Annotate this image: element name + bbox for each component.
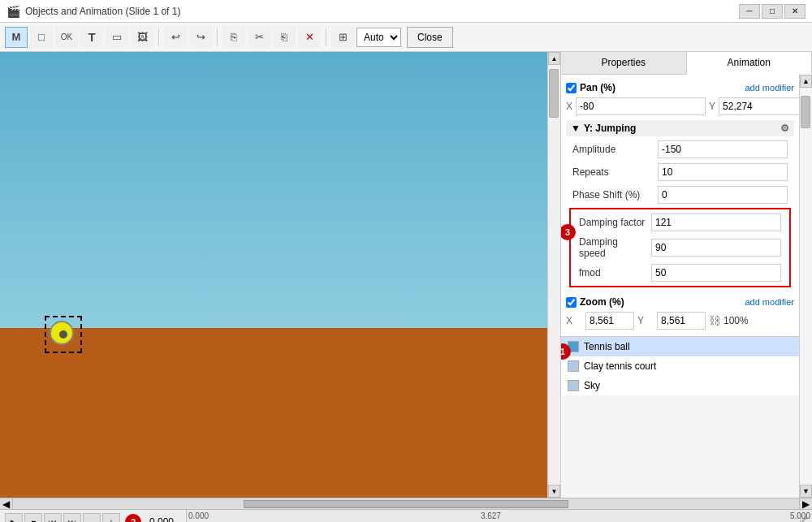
scene-sky xyxy=(0,52,547,328)
timeline-ruler: 0.000 3.627 5.000 xyxy=(187,510,812,522)
toolbar-btn-cut[interactable]: ✂ xyxy=(248,27,270,48)
zoom-out-button[interactable]: ─ xyxy=(83,513,101,522)
canvas-container[interactable]: ▲ ▼ xyxy=(0,52,560,498)
damping-factor-input[interactable] xyxy=(651,214,781,231)
amplitude-label: Amplitude xyxy=(572,144,653,155)
jumping-header[interactable]: ▼ Y: Jumping ⚙ xyxy=(566,120,794,136)
tab-animation[interactable]: Animation xyxy=(687,52,813,75)
jumping-label: Y: Jumping xyxy=(584,123,636,134)
canvas-vertical-scrollbar[interactable]: ▲ ▼ xyxy=(547,52,560,498)
panel-with-scroll: Pan (%) add modifier X Y Z xyxy=(561,75,812,498)
tennis-ball-canvas-object[interactable] xyxy=(45,316,82,353)
main-layout: ▲ ▼ Properties Animation xyxy=(0,52,812,498)
timeline-right: 0.000 3.627 5.000 ⤢ xyxy=(187,510,812,522)
timeline-controls: ▶ ■ ⏮ ⏭ ─ + 2 0.000 xyxy=(0,510,186,522)
pan-checkbox[interactable] xyxy=(566,83,577,93)
tab-properties[interactable]: Properties xyxy=(561,52,687,74)
prev-button[interactable]: ⏮ xyxy=(44,513,62,522)
toolbar-btn-redo[interactable]: ↪ xyxy=(189,27,212,48)
toolbar-sep-3 xyxy=(326,28,326,46)
toolbar-btn-ok[interactable]: OK xyxy=(55,27,78,48)
amplitude-row: Amplitude xyxy=(566,138,794,161)
damping-speed-row: Damping speed xyxy=(572,234,788,261)
drag-handle-icon[interactable]: ⤢ xyxy=(798,512,809,522)
pan-y-input[interactable] xyxy=(719,97,799,115)
canvas-scroll-track[interactable] xyxy=(548,65,560,485)
toolbar-btn-select[interactable]: M xyxy=(5,27,28,48)
maximize-button[interactable]: □ xyxy=(762,4,783,19)
toolbar-sep-1 xyxy=(158,28,159,46)
objects-list: 1 Tennis ball Clay tennis court Sky xyxy=(561,336,799,395)
close-button[interactable]: Close xyxy=(407,27,453,48)
list-item-sky[interactable]: Sky xyxy=(561,376,799,395)
timeline-left: ▶ ■ ⏮ ⏭ ─ + 2 0.000 Tennis ball xyxy=(0,510,187,522)
damping-badge-container: 3 Damping factor Damping speed xyxy=(566,208,794,287)
toolbar-btn-text[interactable]: T xyxy=(80,27,103,48)
toolbar-btn-grid[interactable]: ⊞ xyxy=(331,27,354,48)
titlebar-buttons: ─ □ ✕ xyxy=(739,4,806,19)
damping-factor-row: Damping factor xyxy=(572,211,788,234)
panel-body: Pan (%) add modifier X Y Z xyxy=(561,75,799,498)
sky-label: Sky xyxy=(584,380,600,391)
zoom-section: Zoom (%) add modifier X Y ⛓ 100% xyxy=(566,294,794,331)
toolbar-btn-rect[interactable]: ▭ xyxy=(106,27,128,48)
pan-label: Pan (%) xyxy=(580,82,615,93)
toolbar-btn-copy[interactable]: ⎘ xyxy=(222,27,245,48)
timeline-area: ◀ ▶ ▶ ■ ⏮ ⏭ ─ + 2 0.000 Tennis ball xyxy=(0,498,812,522)
pan-xyz-row: X Y Z xyxy=(566,96,794,117)
play-button[interactable]: ▶ xyxy=(5,513,23,522)
next-button[interactable]: ⏭ xyxy=(63,513,81,522)
zoom-x-input[interactable] xyxy=(585,312,634,330)
chain-icon: ⛓ xyxy=(709,314,720,327)
canvas-scroll-up-btn[interactable]: ▲ xyxy=(548,52,560,65)
toolbar: M □ OK T ▭ 🖼 ↩ ↪ ⎘ ✂ ⎗ ✕ ⊞ Auto Close xyxy=(0,23,812,52)
list-item-tennis-ball[interactable]: Tennis ball xyxy=(561,337,799,356)
zoom-in-button[interactable]: + xyxy=(102,513,120,522)
damping-speed-input[interactable] xyxy=(651,239,781,257)
timeline-scrollbar[interactable]: ◀ ▶ xyxy=(0,498,812,510)
fmod-input[interactable] xyxy=(651,264,781,282)
timeline-scroll-thumb[interactable] xyxy=(244,500,568,508)
zoom-header: Zoom (%) add modifier xyxy=(566,294,794,310)
zoom-y-label: Y xyxy=(637,315,654,326)
toolbar-btn-box[interactable]: □ xyxy=(30,27,53,48)
ball-inner xyxy=(59,330,67,339)
timeline-main: ▶ ■ ⏮ ⏭ ─ + 2 0.000 Tennis ball 0.000 3.… xyxy=(0,510,812,522)
pan-x-input[interactable] xyxy=(576,97,706,115)
window-close-button[interactable]: ✕ xyxy=(784,4,806,19)
zoom-y-input[interactable] xyxy=(657,312,706,330)
app-icon: 🎬 xyxy=(6,5,20,18)
repeats-input[interactable] xyxy=(658,163,788,181)
ball-circle xyxy=(50,321,74,345)
zoom-percent-label: 100% xyxy=(723,315,749,326)
panel-scroll-up[interactable]: ▲ xyxy=(800,75,812,88)
clay-court-color-box xyxy=(568,360,579,372)
timeline-scroll-right[interactable]: ▶ xyxy=(799,498,812,509)
panel-scroll-down[interactable]: ▼ xyxy=(800,485,812,498)
minimize-button[interactable]: ─ xyxy=(739,4,760,19)
pan-y-label: Y xyxy=(709,101,715,112)
toolbar-auto-select[interactable]: Auto xyxy=(356,28,401,47)
zoom-add-modifier[interactable]: add modifier xyxy=(745,297,794,307)
toolbar-btn-image[interactable]: 🖼 xyxy=(131,27,153,48)
stop-button[interactable]: ■ xyxy=(24,513,42,522)
canvas-scroll-down-btn[interactable]: ▼ xyxy=(548,485,560,498)
sky-color-box xyxy=(568,380,579,391)
list-item-clay-court[interactable]: Clay tennis court xyxy=(561,356,799,376)
toolbar-btn-delete[interactable]: ✕ xyxy=(298,27,321,48)
toolbar-btn-paste[interactable]: ⎗ xyxy=(273,27,296,48)
pan-add-modifier[interactable]: add modifier xyxy=(745,83,794,93)
canvas-area: ▲ ▼ xyxy=(0,52,560,498)
canvas-scroll-thumb[interactable] xyxy=(549,69,559,118)
timeline-scroll-left[interactable]: ◀ xyxy=(0,498,13,509)
repeats-label: Repeats xyxy=(572,166,653,178)
amplitude-input[interactable] xyxy=(658,140,788,158)
panel-scroll-track[interactable] xyxy=(800,88,812,485)
fmod-row: fmod xyxy=(572,261,788,284)
zoom-checkbox[interactable] xyxy=(566,297,577,308)
gear-icon[interactable]: ⚙ xyxy=(780,123,789,134)
toolbar-btn-undo[interactable]: ↩ xyxy=(164,27,187,48)
panel-scrollbar[interactable]: ▲ ▼ xyxy=(799,75,812,498)
panel-scroll-thumb[interactable] xyxy=(801,96,810,128)
phase-shift-input[interactable] xyxy=(658,186,788,204)
